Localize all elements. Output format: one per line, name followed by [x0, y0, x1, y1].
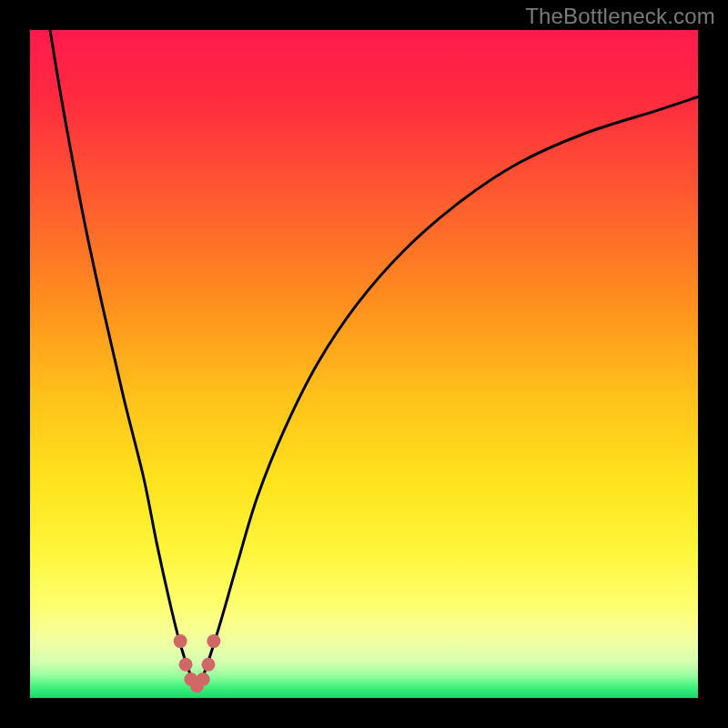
- watermark-text: TheBottleneck.com: [525, 4, 715, 29]
- valley-dot: [179, 658, 193, 672]
- valley-dot: [201, 658, 215, 672]
- app-frame: TheBottleneck.com: [0, 0, 728, 728]
- valley-dot: [197, 672, 210, 686]
- bottleneck-chart: [30, 30, 698, 698]
- valley-dot: [207, 634, 220, 648]
- chart-svg: [30, 30, 698, 698]
- valley-dot: [174, 634, 187, 648]
